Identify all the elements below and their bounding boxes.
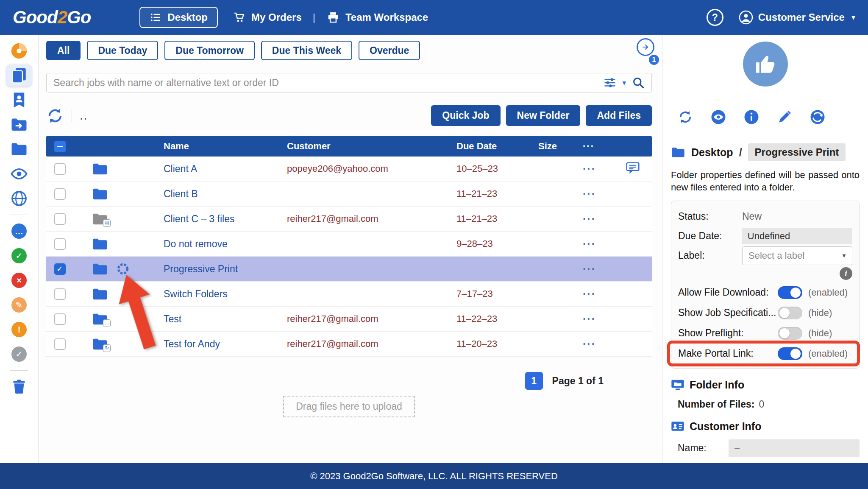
my-orders-nav[interactable]: My Orders: [233, 11, 302, 24]
due-date-field[interactable]: Undefined: [742, 228, 852, 244]
label-select[interactable]: Select a label ▾: [742, 246, 852, 265]
search-input[interactable]: [53, 77, 598, 89]
table-row[interactable]: ▤ Client C – 3 files reiher217@gmail.com…: [46, 207, 652, 232]
good2go-logo[interactable]: Good2Go: [13, 7, 91, 28]
help-button[interactable]: ?: [707, 9, 723, 26]
column-customer[interactable]: Customer: [287, 141, 456, 152]
table-row[interactable]: Client B 11–21–23 ···: [46, 182, 652, 207]
status-inprogress-icon[interactable]: …: [6, 220, 32, 242]
folder-name-link[interactable]: Progressive Print: [164, 263, 238, 274]
toggle-switch[interactable]: [778, 347, 802, 360]
toggle-label: Make Portal Link:: [678, 348, 778, 359]
team-workspace-nav[interactable]: Team Workspace: [326, 11, 428, 24]
column-size[interactable]: Size: [538, 141, 583, 152]
filter-sliders-icon[interactable]: [604, 77, 616, 88]
contacts-icon[interactable]: [6, 89, 32, 111]
row-actions-button[interactable]: ···: [583, 338, 613, 350]
preflight-globe-icon[interactable]: [6, 187, 32, 210]
row-checkbox[interactable]: [54, 163, 66, 175]
table-row[interactable]: ↻ Test for Andy reiher217@gmail.com 11–2…: [46, 332, 652, 357]
chevron-down-icon[interactable]: ▾: [622, 78, 626, 87]
folder-name-link[interactable]: Switch Folders: [164, 288, 228, 299]
search-icon[interactable]: [632, 76, 645, 89]
trash-icon[interactable]: [6, 376, 32, 398]
desktop-nav-button[interactable]: Desktop: [139, 7, 218, 28]
sidebar: …✓×✎!✓: [0, 35, 39, 463]
row-actions-button[interactable]: ···: [583, 188, 613, 200]
folder-name-link[interactable]: Do not remove: [164, 238, 228, 249]
row-actions-button[interactable]: ···: [583, 163, 613, 175]
refresh-icon[interactable]: [46, 107, 64, 125]
sidebar-divider: [10, 215, 28, 215]
row-actions-button[interactable]: ···: [583, 238, 613, 250]
toggle-switch[interactable]: [778, 286, 802, 299]
breadcrumb-root[interactable]: Desktop: [691, 146, 733, 159]
customer-name-field[interactable]: –: [729, 439, 860, 457]
dashboard-pie-icon[interactable]: [6, 40, 32, 62]
row-actions-button[interactable]: ···: [583, 288, 613, 300]
status-approved-icon[interactable]: ✓: [6, 245, 32, 267]
row-actions-button[interactable]: ···: [583, 313, 613, 325]
table-row[interactable]: … Test reiher217@gmail.com 11–22–23 ···: [46, 307, 652, 332]
row-checkbox[interactable]: [54, 188, 66, 200]
status-complete-icon[interactable]: ✓: [6, 343, 32, 365]
column-name[interactable]: Name: [164, 141, 287, 152]
filter-due-this-week[interactable]: Due This Week: [261, 41, 352, 60]
select-all-checkbox[interactable]: [54, 141, 66, 152]
status-rejected-icon[interactable]: ×: [6, 269, 32, 291]
folders-icon[interactable]: [6, 138, 32, 160]
folder-info-icon: [671, 379, 684, 390]
list-icon: [150, 11, 161, 23]
row-actions-button[interactable]: ···: [583, 213, 613, 225]
table-row[interactable]: Switch Folders 7–17–23 ···: [46, 282, 652, 307]
desktop-files-icon[interactable]: [6, 64, 32, 87]
toggle-switch[interactable]: [778, 327, 802, 340]
chat-icon[interactable]: [626, 162, 640, 176]
folder-name-link[interactable]: Client B: [164, 188, 198, 199]
status-edit-icon[interactable]: ✎: [6, 294, 32, 316]
folder-name-link[interactable]: Client C – 3 files: [164, 213, 234, 224]
breadcrumb-path[interactable]: ..: [80, 112, 88, 120]
column-actions[interactable]: ···: [583, 141, 613, 152]
panel-collapse-control[interactable]: 1: [637, 38, 661, 67]
folder-name-link[interactable]: Test: [164, 313, 181, 324]
user-menu[interactable]: Customer Service ▾: [739, 10, 855, 25]
upload-dropzone[interactable]: Drag files here to upload: [283, 396, 415, 417]
row-checkbox[interactable]: [54, 288, 66, 300]
filter-due-tomorrow[interactable]: Due Tomorrow: [164, 41, 255, 60]
filter-all[interactable]: All: [46, 41, 81, 60]
row-checkbox[interactable]: ✓: [54, 263, 66, 275]
folder-name-link[interactable]: Client A: [164, 163, 197, 174]
chevron-down-icon: ▾: [851, 13, 855, 22]
column-due-date[interactable]: Due Date: [456, 141, 538, 152]
table-row[interactable]: Client A popeye206@yahoo.com 10–25–23 ··…: [46, 156, 652, 182]
status-warning-icon[interactable]: !: [6, 319, 32, 341]
add-files-button[interactable]: Add Files: [586, 105, 652, 126]
folder-name-link[interactable]: Test for Andy: [164, 338, 220, 349]
row-checkbox[interactable]: [54, 238, 66, 250]
due-filter-bar: AllDue TodayDue TomorrowDue This WeekOve…: [46, 41, 652, 60]
new-folder-button[interactable]: New Folder: [506, 105, 581, 126]
toggle-knob: [790, 349, 801, 359]
info-icon[interactable]: [744, 109, 759, 125]
row-checkbox[interactable]: [54, 338, 66, 350]
table-row[interactable]: Do not remove 9–28–23 ···: [46, 232, 652, 257]
refresh-icon[interactable]: [678, 109, 693, 125]
page-button[interactable]: 1: [525, 372, 543, 390]
quick-job-button[interactable]: Quick Job: [431, 105, 500, 126]
row-checkbox[interactable]: [54, 313, 66, 325]
move-folder-icon[interactable]: [6, 114, 32, 136]
filter-due-today[interactable]: Due Today: [87, 41, 158, 60]
table-row[interactable]: ✓ Progressive Print ···: [46, 257, 652, 282]
info-icon[interactable]: i: [840, 267, 852, 280]
preview-eye-icon[interactable]: [711, 109, 726, 125]
due-date-label: Due Date:: [678, 230, 742, 242]
preflight-pen-icon[interactable]: [777, 109, 792, 125]
footer: © 2023 Good2Go Software, LLC. ALL RIGHTS…: [0, 463, 868, 489]
toggle-switch[interactable]: [778, 307, 802, 319]
portal-globe-icon[interactable]: [810, 109, 825, 125]
row-actions-button[interactable]: ···: [583, 263, 613, 275]
filter-overdue[interactable]: Overdue: [359, 41, 420, 60]
row-checkbox[interactable]: [54, 213, 66, 225]
review-eye-icon[interactable]: [6, 163, 32, 185]
